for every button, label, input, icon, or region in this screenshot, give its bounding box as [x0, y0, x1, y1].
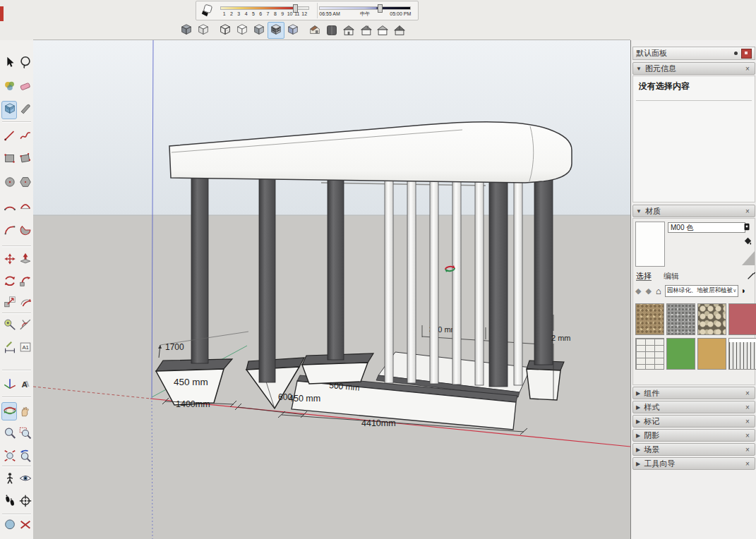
paint-tool-button[interactable] [1, 78, 17, 96]
style-shaded-textures-button[interactable] [268, 22, 284, 39]
material-swatch-rose[interactable] [728, 303, 756, 335]
time-end-label: 05:00 PM [390, 11, 411, 18]
style-monochrome-button[interactable] [284, 22, 301, 39]
section-close-icon[interactable]: × [743, 389, 752, 397]
details-arrow-icon[interactable]: ◗ [741, 286, 746, 296]
tape-measure-tool-button[interactable] [1, 316, 17, 334]
circle-tool-button[interactable] [1, 174, 17, 192]
orbit-tool-button[interactable] [1, 402, 17, 420]
tray-close-button[interactable] [741, 49, 752, 59]
polygon-tool-button[interactable] [17, 174, 32, 192]
style-back-edges-button[interactable] [195, 22, 212, 39]
orbit-icon [3, 404, 17, 418]
previous-view-tool-button[interactable] [17, 447, 32, 466]
select-tool-button[interactable] [1, 54, 17, 72]
soften-edges-tool-button[interactable] [17, 101, 32, 119]
view-front-button[interactable] [340, 22, 357, 39]
paint-bucket-button[interactable] [742, 236, 753, 247]
shadow-date-slider[interactable]: 123456789101112 [219, 3, 311, 18]
protractor-tool-button[interactable] [17, 316, 32, 334]
offset-tool-button[interactable] [17, 293, 32, 312]
style-hidden-line-button[interactable] [234, 22, 251, 39]
viewport-canvas[interactable]: 390 mm 1700 [33, 40, 630, 539]
entity-info-close-icon[interactable]: × [743, 65, 752, 73]
walk-tool-button[interactable] [1, 492, 17, 511]
material-swatch-cobblestone[interactable] [697, 303, 726, 335]
push-pull-tool-button[interactable] [17, 250, 32, 269]
zoom-window-tool-button[interactable] [17, 425, 32, 443]
axes-origin-tool-button[interactable] [17, 492, 32, 511]
material-swatch-gravel-brown[interactable] [635, 303, 664, 335]
create-material-button[interactable] [741, 222, 752, 233]
zoom-extents-tool-button[interactable] [1, 447, 17, 466]
two-point-arc-tool-button[interactable] [17, 198, 32, 216]
eraser-tool-button[interactable] [17, 78, 32, 96]
material-tool-button[interactable] [1, 101, 17, 119]
scale-tool-button[interactable] [1, 293, 17, 312]
tab-edit[interactable]: 编辑 [664, 272, 679, 280]
section-close-icon[interactable]: × [743, 432, 752, 440]
home-icon[interactable]: ⌂ [656, 286, 661, 296]
material-swatch-grid [635, 303, 754, 370]
material-name-input[interactable] [668, 222, 745, 233]
move-tool-button[interactable] [1, 250, 17, 269]
material-swatch-sand[interactable] [697, 338, 726, 370]
section-header-4[interactable]: ▶阴影× [632, 429, 755, 442]
section-close-icon[interactable]: × [743, 446, 752, 454]
section-header-3[interactable]: ▶标记× [632, 415, 755, 428]
material-swatch-pavers[interactable] [635, 338, 664, 370]
dimension-450-left[interactable]: 450 mm [174, 377, 208, 387]
style-wireframe-button[interactable] [217, 22, 234, 39]
pan-tool-button[interactable] [17, 402, 32, 420]
material-swatch-fence[interactable] [728, 338, 756, 370]
dimension-tool-button[interactable] [1, 339, 17, 357]
view-left-button[interactable] [391, 22, 408, 39]
section-plane-tool-button[interactable] [1, 518, 17, 536]
hide-section-tool-button[interactable] [17, 518, 32, 536]
toolbar-separator [2, 313, 31, 313]
section-close-icon[interactable]: × [743, 418, 752, 425]
section-header-5[interactable]: ▶场景× [632, 443, 755, 456]
section-header-1[interactable]: ▶组件× [632, 387, 755, 399]
materials-close-icon[interactable]: × [743, 207, 752, 215]
material-category-dropdown[interactable]: 园林绿化、地被层和植被 ∨ [665, 285, 738, 297]
view-back-button[interactable] [374, 22, 391, 39]
look-around-tool-button[interactable] [17, 470, 32, 488]
arc-tool-button[interactable] [1, 198, 17, 216]
entity-info-header[interactable]: ▼ 图元信息 × [632, 62, 755, 75]
freehand-tool-button[interactable] [17, 127, 32, 145]
pin-icon[interactable] [734, 52, 738, 55]
view-top-button[interactable] [323, 22, 340, 39]
rotate-tool-button[interactable] [1, 272, 17, 291]
shadow-toggle-button[interactable] [198, 3, 216, 18]
style-shaded-button[interactable] [251, 22, 268, 39]
material-swatch-grass[interactable] [666, 338, 695, 370]
view-iso-button[interactable] [306, 22, 323, 39]
sample-paint-icon[interactable] [746, 271, 756, 281]
pie-tool-button[interactable] [17, 222, 32, 240]
back-arrow-icon[interactable]: ◆ [635, 286, 641, 296]
line-tool-button[interactable] [1, 127, 17, 145]
section-header-6[interactable]: ▶工具向导× [632, 457, 755, 470]
3d-text-tool-button[interactable]: AA [17, 375, 32, 394]
forward-arrow-icon[interactable]: ◆ [645, 286, 651, 296]
lasso-tool-button[interactable] [17, 54, 32, 72]
materials-header[interactable]: ▼ 材质 × [632, 205, 755, 217]
follow-me-tool-button[interactable] [17, 272, 32, 291]
axes-tool-button[interactable] [1, 375, 17, 394]
tray-title-bar[interactable]: 默认面板 [632, 47, 755, 60]
rectangle-tool-button[interactable] [1, 150, 17, 168]
section-close-icon[interactable]: × [743, 460, 752, 468]
style-xray-button[interactable] [178, 22, 195, 39]
tab-select[interactable]: 选择 [636, 272, 652, 281]
position-camera-tool-button[interactable] [1, 470, 17, 488]
text-tool-button[interactable]: A1 [17, 339, 32, 357]
material-swatch-gravel-gray[interactable] [666, 303, 695, 335]
section-close-icon[interactable]: × [743, 404, 752, 411]
section-header-2[interactable]: ▶样式× [632, 401, 755, 413]
shadow-time-slider[interactable]: 06:55 AM 中午 05:00 PM [317, 3, 418, 18]
view-right-button[interactable] [357, 22, 374, 39]
rotated-rectangle-tool-button[interactable] [17, 150, 32, 168]
zoom-tool-button[interactable] [1, 425, 17, 443]
three-point-arc-tool-button[interactable] [1, 222, 17, 240]
